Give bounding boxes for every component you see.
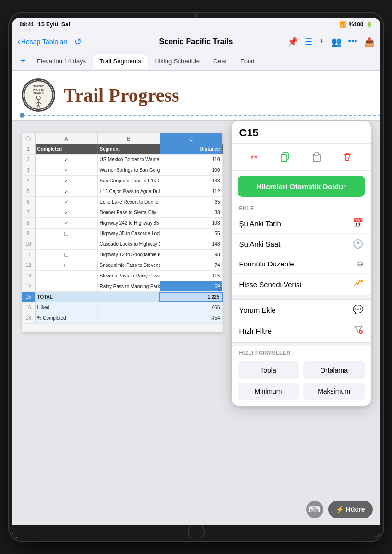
home-button[interactable] bbox=[188, 523, 205, 538]
tab-trail-segments[interactable]: Trail Segments bbox=[93, 54, 148, 69]
add-sheet-icon[interactable]: + bbox=[319, 36, 324, 47]
tab-food[interactable]: Food bbox=[234, 54, 261, 69]
cell-btn-label: Hücre bbox=[346, 506, 365, 513]
home-indicator bbox=[12, 525, 380, 538]
header-cell-segment[interactable]: Segment bbox=[98, 144, 160, 154]
svg-text:TRAILS: TRAILS bbox=[33, 92, 44, 95]
nav-bar: ‹ Hesap Tabloları ↺ Scenic Pacific Trail… bbox=[12, 31, 380, 52]
trail-header: SCENIC PACIFIC TRAILS Trail Progress bbox=[12, 71, 380, 121]
header-cell-distance[interactable]: Distance bbox=[160, 144, 223, 154]
table-row[interactable]: 3 ✓ Warner Springs to San Gorgonio Pass … bbox=[22, 165, 223, 176]
sheet-controls: ≡ bbox=[22, 324, 223, 332]
tab-hiking-schedule[interactable]: Hiking Schedule bbox=[148, 54, 206, 69]
bottom-toolbar: ⌨ ⚡ Hücre bbox=[306, 501, 373, 518]
delete-button[interactable] bbox=[337, 148, 358, 166]
formula-icon: ⊖ bbox=[357, 259, 363, 268]
cell-button[interactable]: ⚡ Hücre bbox=[328, 501, 373, 518]
column-headers: A B C bbox=[22, 133, 223, 144]
filter-icon bbox=[354, 325, 363, 337]
header-cell-completed[interactable]: Completed bbox=[36, 144, 98, 154]
stock-icon bbox=[354, 278, 363, 290]
formula-menu-item[interactable]: Formülü Düzenle ⊖ bbox=[232, 254, 371, 274]
table-row[interactable]: 4 ✓ San Gorgonio Pass to I-15 Cajon Pass… bbox=[22, 176, 223, 186]
formula-min[interactable]: Minimum bbox=[238, 383, 299, 400]
menu-divider bbox=[232, 296, 371, 300]
col-header-b[interactable]: B bbox=[98, 133, 160, 144]
keyboard-button[interactable]: ⌨ bbox=[306, 501, 323, 518]
date-menu-item[interactable]: Şu Anki Tarih 📅 bbox=[232, 213, 371, 234]
table-row[interactable]: 14 Rainy Pass to Manning Park, B.C. 69 bbox=[22, 281, 223, 292]
cut-button[interactable]: ✂ bbox=[244, 148, 265, 166]
row-num-header bbox=[22, 133, 36, 144]
row-num: 1 bbox=[22, 144, 36, 154]
table-row[interactable]: 16 Hiked 666 bbox=[22, 302, 223, 313]
tab-bar: + Elevation 14 days Trail Segments Hikin… bbox=[12, 52, 380, 71]
table-row: 1 Completed Segment Distance bbox=[22, 144, 223, 155]
keyboard-icon: ⌨ bbox=[309, 505, 320, 514]
time-menu-item[interactable]: Şu Anki Saat 🕐 bbox=[232, 234, 371, 254]
stock-menu-item[interactable]: Hisse Senedi Verisi bbox=[232, 274, 371, 296]
col-header-a[interactable]: A bbox=[36, 133, 98, 144]
formula-grid: Topla Ortalama Minimum Maksimum bbox=[232, 358, 371, 406]
lightning-icon: ⚡ bbox=[336, 506, 344, 513]
trail-logo: SCENIC PACIFIC TRAILS bbox=[22, 78, 55, 112]
time: 09:41 bbox=[20, 21, 35, 28]
table-row-total[interactable]: 15 TOTAL 1.225 bbox=[22, 292, 223, 302]
autofill-button[interactable]: Hücreleri Otomatik Doldur bbox=[238, 176, 365, 197]
table-row[interactable]: 18 % Completed %54 bbox=[22, 313, 223, 324]
comment-icon: 💬 bbox=[353, 304, 363, 315]
format-icon[interactable]: ☰ bbox=[305, 36, 312, 47]
trail-title: Trail Progress bbox=[64, 84, 179, 107]
table-row[interactable]: 8 ✓ Highway 242 to Highway 35 108 bbox=[22, 218, 223, 229]
table-row[interactable]: 2 ✓ US-Mexico Border to Warner Springs 1… bbox=[22, 155, 223, 165]
tab-elevation[interactable]: Elevation 14 days bbox=[30, 54, 93, 69]
copy-button[interactable] bbox=[275, 148, 296, 166]
col-header-c[interactable]: C bbox=[160, 133, 223, 144]
table-row[interactable]: 5 ✓ I-15 Cajon Pass to Agua Dulce 112 bbox=[22, 186, 223, 197]
battery-icon: 🔋 bbox=[366, 21, 373, 28]
svg-text:SCENIC: SCENIC bbox=[33, 85, 44, 88]
table-row[interactable]: 6 ✓ Echo Lake Resort to Donner Pass 65 bbox=[22, 197, 223, 207]
filter-menu-item[interactable]: Hızlı Filtre bbox=[232, 320, 371, 342]
pin-icon[interactable]: 📌 bbox=[287, 36, 298, 47]
svg-rect-11 bbox=[281, 155, 287, 162]
table-row[interactable]: 11 Highway 12 to Snoqualmie Pass 98 bbox=[22, 250, 223, 260]
svg-rect-13 bbox=[315, 153, 319, 155]
table-row[interactable]: 7 ✓ Donner Pass to Sierra City 38 bbox=[22, 207, 223, 218]
front-camera bbox=[194, 13, 198, 17]
context-menu: C15 ✂ bbox=[232, 121, 371, 406]
spreadsheet[interactable]: A B C 1 Completed Segment Distance 2 ✓ U… bbox=[22, 133, 223, 333]
table-row[interactable]: 12 Snoqualmie Pass to Stevens Pass 74 bbox=[22, 260, 223, 271]
dashed-line bbox=[24, 115, 380, 116]
select-all-circle[interactable] bbox=[26, 136, 31, 141]
add-section-label: EKLE bbox=[232, 202, 371, 213]
content-area: SCENIC PACIFIC TRAILS Trail Progress bbox=[12, 71, 380, 525]
back-label[interactable]: Hesap Tabloları bbox=[21, 38, 68, 46]
table-row[interactable]: 9 Highway 35 to Cascade Locks 55 bbox=[22, 229, 223, 239]
formula-sum[interactable]: Topla bbox=[238, 361, 299, 379]
document-title: Scenic Pacific Trails bbox=[159, 37, 233, 46]
share-icon[interactable]: 👥 bbox=[331, 36, 342, 47]
tab-gear[interactable]: Gear bbox=[206, 54, 234, 69]
back-button[interactable]: ‹ Hesap Tabloları bbox=[18, 37, 68, 46]
formulas-section-label: HIZLI FORMÜLLER bbox=[232, 346, 371, 358]
wifi-icon: 📶 bbox=[340, 21, 347, 28]
add-tab-button[interactable]: + bbox=[16, 54, 30, 69]
formula-average[interactable]: Ortalama bbox=[303, 361, 365, 379]
clock-icon: 🕐 bbox=[353, 239, 363, 249]
undo-icon[interactable]: ↺ bbox=[74, 36, 82, 47]
row-num-active: 15 bbox=[22, 292, 36, 302]
formula-max[interactable]: Maksimum bbox=[303, 383, 365, 400]
comment-menu-item[interactable]: Yorum Ekle 💬 bbox=[232, 300, 371, 320]
more-icon[interactable]: ••• bbox=[348, 36, 357, 47]
menu-divider-2 bbox=[232, 342, 371, 346]
date: 15 Eylül Sal bbox=[38, 21, 70, 28]
table-row[interactable]: 13 Stevens Pass to Rainy Pass 115 bbox=[22, 271, 223, 281]
battery-label: %100 bbox=[349, 21, 364, 28]
export-icon[interactable]: 📤 bbox=[364, 36, 375, 47]
chevron-left-icon: ‹ bbox=[18, 37, 20, 46]
cell-reference: C15 bbox=[232, 121, 371, 144]
status-bar: 09:41 15 Eylül Sal 📶 %100 🔋 bbox=[12, 18, 380, 31]
table-row[interactable]: 10 Cascade Locks to Highway 12 148 bbox=[22, 239, 223, 250]
paste-button[interactable] bbox=[306, 148, 327, 166]
